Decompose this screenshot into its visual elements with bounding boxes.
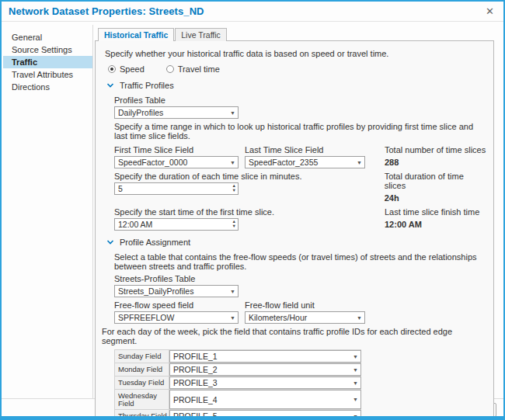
profiles-table-label: Profiles Table [114, 95, 487, 105]
first-time-slice-dropdown[interactable]: SpeedFactor_0000 ▼ [114, 156, 239, 168]
chevron-down-icon: ▼ [353, 367, 358, 373]
finish-time-value: 12:00 AM [385, 220, 479, 229]
sidebar-item-traffic[interactable]: Traffic [3, 56, 92, 68]
spinner-arrows[interactable]: ▲▼ [232, 184, 236, 193]
start-time-spinner[interactable]: 12:00 AM ▲▼ [114, 218, 239, 231]
monday-field-dropdown[interactable]: PROFILE_2▼ [169, 363, 361, 376]
speed-radio-label: Speed [120, 64, 145, 74]
combo-value: PROFILE_4 [173, 394, 351, 405]
first-time-slice-label: First Time Slice Field [114, 145, 240, 154]
combo-value: SpeedFactor_0000 [118, 157, 228, 168]
spinner-down-icon: ▼ [232, 189, 236, 193]
tuesday-field-dropdown[interactable]: PROFILE_3▼ [169, 377, 361, 389]
table-row: Sunday Field PROFILE_1▼ [115, 350, 361, 363]
traffic-profiles-section-header[interactable]: Traffic Profiles [106, 81, 487, 90]
profiles-table-dropdown[interactable]: DailyProfiles ▼ [114, 106, 239, 119]
tab-strip: Historical Traffic Live Traffic [98, 27, 494, 40]
chevron-down-icon [106, 239, 114, 245]
total-duration-value: 24h [385, 193, 487, 203]
combo-value: SpeedFactor_2355 [249, 157, 355, 168]
speed-radio[interactable] [108, 65, 116, 73]
chevron-down-icon: ▼ [230, 160, 235, 165]
sidebar-item-directions[interactable]: Directions [3, 81, 92, 93]
table-row: Tuesday Field PROFILE_3▼ [115, 377, 361, 390]
network-dataset-properties-dialog: Network Dataset Properties: Streets_ND ✕… [0, 0, 505, 420]
day-label: Tuesday Field [115, 377, 169, 389]
dialog-title: Network Dataset Properties: Streets_ND [9, 5, 204, 17]
combo-value: DailyProfiles [118, 107, 228, 118]
chevron-down-icon [106, 82, 114, 89]
sidebar-item-general[interactable]: General [3, 31, 92, 43]
select-table-text: Select a table that contains the free-fl… [114, 252, 487, 271]
finish-time-label: Last time slice finish time [385, 207, 479, 217]
total-slices-value: 288 [385, 158, 486, 167]
duration-spinner[interactable]: 5 ▲▼ [114, 182, 239, 195]
spinner-down-icon: ▼ [232, 224, 236, 229]
chevron-down-icon: ▼ [353, 380, 358, 386]
spinner-arrows[interactable]: ▲▼ [232, 220, 236, 229]
combo-value: PROFILE_3 [173, 377, 351, 388]
chevron-down-icon: ▼ [357, 160, 362, 165]
wednesday-field-dropdown[interactable]: PROFILE_4▼ [169, 390, 361, 409]
streets-profiles-dropdown[interactable]: Streets_DailyProfiles ▼ [114, 285, 239, 297]
spinner-value: 12:00 AM [118, 220, 232, 229]
section-title: Profile Assignment [120, 238, 190, 247]
combo-value: SPFREEFLOW [118, 312, 228, 323]
travel-time-radio[interactable] [166, 65, 174, 73]
day-label: Monday Field [115, 363, 169, 376]
combo-value: PROFILE_1 [173, 351, 351, 362]
chevron-down-icon: ▼ [230, 289, 235, 294]
chevron-down-icon: ▼ [357, 315, 362, 321]
freeflow-unit-label: Free-flow field unit [245, 300, 367, 310]
time-range-text: Specify a time range in which to look up… [114, 122, 487, 141]
sunday-field-dropdown[interactable]: PROFILE_1▼ [169, 350, 361, 363]
combo-value: PROFILE_2 [173, 364, 351, 375]
chevron-down-icon: ▼ [230, 315, 235, 321]
day-label: Sunday Field [115, 350, 169, 363]
day-label: Wednesday Field [115, 390, 169, 409]
streets-profiles-label: Streets-Profiles Table [114, 274, 487, 283]
title-bar: Network Dataset Properties: Streets_ND ✕ [2, 2, 503, 22]
combo-value: Kilometers/Hour [249, 312, 355, 323]
profile-assignment-section-header[interactable]: Profile Assignment [106, 238, 487, 247]
table-row: Wednesday Field PROFILE_4▼ [115, 390, 361, 410]
table-row: Monday Field PROFILE_2▼ [115, 363, 361, 377]
speed-type-radio-group: Speed Travel time [108, 64, 487, 74]
day-fields-table: Sunday Field PROFILE_1▼ Monday Field PRO… [114, 349, 361, 420]
chevron-down-icon: ▼ [353, 397, 358, 402]
tab-live-traffic[interactable]: Live Traffic [175, 28, 227, 41]
combo-value: Streets_DailyProfiles [118, 286, 228, 297]
tab-historical-traffic[interactable]: Historical Traffic [98, 28, 174, 41]
close-icon[interactable]: ✕ [483, 5, 496, 17]
intro-text: Specify whether your historical traffic … [105, 49, 487, 59]
freeflow-unit-dropdown[interactable]: Kilometers/Hour ▼ [245, 311, 365, 324]
last-time-slice-dropdown[interactable]: SpeedFactor_2355 ▼ [245, 156, 365, 168]
dialog-body: General Source Settings Traffic Travel A… [2, 22, 503, 398]
main-area: Historical Traffic Live Traffic Specify … [93, 25, 499, 398]
chevron-down-icon: ▼ [353, 354, 358, 359]
total-duration-label: Total duration of time slices [385, 172, 487, 190]
total-slices-label: Total number of time slices [385, 145, 486, 154]
chevron-down-icon: ▼ [230, 110, 235, 116]
historical-traffic-panel: Specify whether your historical traffic … [95, 40, 494, 420]
section-title: Traffic Profiles [120, 81, 174, 90]
freeflow-speed-dropdown[interactable]: SPFREEFLOW ▼ [114, 311, 239, 324]
day-fields-text: For each day of the week, pick the field… [102, 327, 487, 345]
last-time-slice-label: Last Time Slice Field [245, 145, 367, 154]
travel-time-radio-label: Travel time [178, 64, 220, 74]
freeflow-speed-label: Free-flow speed field [114, 300, 240, 310]
sidebar-item-travel-attributes[interactable]: Travel Attributes [3, 68, 92, 81]
sidebar-item-source-settings[interactable]: Source Settings [3, 43, 92, 56]
sidebar: General Source Settings Traffic Travel A… [3, 25, 93, 398]
spinner-value: 5 [118, 184, 232, 193]
